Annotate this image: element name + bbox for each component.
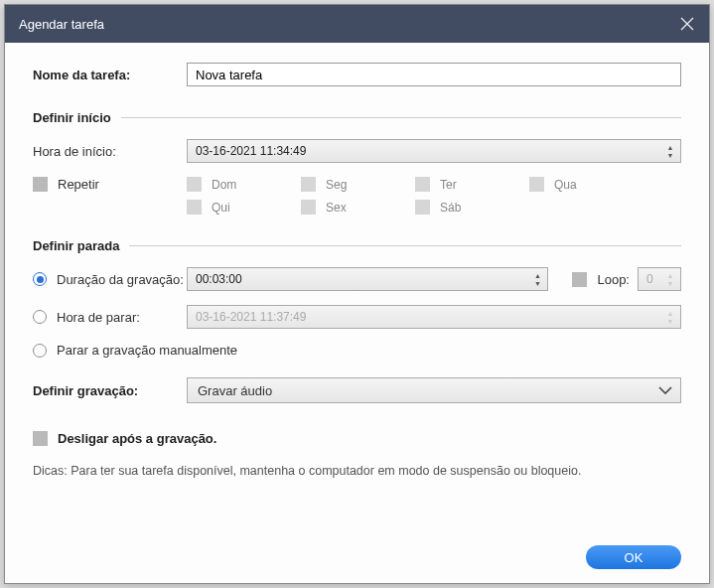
shutdown-checkbox[interactable] [33,431,48,446]
days-grid: Dom Seg Ter Qua Qui Sex Sáb [187,177,681,222]
close-button[interactable] [679,16,695,32]
task-name-label: Nome da tarefa: [33,68,187,82]
spinner-icon[interactable]: ▲▼ [664,269,676,289]
day-mon-checkbox[interactable] [301,177,316,192]
repeat-checkbox[interactable] [33,177,48,192]
loop-label: Loop: [597,272,630,287]
day-sun-checkbox[interactable] [187,177,202,192]
day-wed-checkbox[interactable] [529,177,544,192]
schedule-task-dialog: Agendar tarefa Nome da tarefa: Definir i… [4,4,710,584]
start-time-field[interactable]: 03-16-2021 11:34:49 ▲▼ [187,139,681,163]
tips-text: Dicas: Para ter sua tarefa disponível, m… [33,464,681,478]
record-type-dropdown[interactable]: Gravar áudio [187,377,681,403]
duration-label: Duração da gravação: [57,272,184,287]
day-sat-label: Sáb [440,201,461,215]
day-wed-label: Qua [554,178,577,192]
ok-button[interactable]: OK [586,545,681,569]
repeat-label: Repetir [58,177,99,192]
duration-value: 00:03:00 [196,272,242,286]
stoptime-label: Hora de parar: [57,310,140,325]
duration-radio[interactable] [33,272,47,286]
close-icon [680,17,694,31]
spinner-icon[interactable]: ▲▼ [664,307,676,327]
start-time-label: Hora de início: [33,144,187,159]
chevron-down-icon [658,386,672,394]
section-stop-title: Definir parada [33,238,129,253]
day-mon-label: Seg [326,178,347,192]
loop-value: 0 [646,272,653,286]
dialog-title: Agendar tarefa [19,17,104,32]
day-sat-checkbox[interactable] [415,200,430,215]
record-def-label: Definir gravação: [33,383,138,398]
spinner-icon[interactable]: ▲▼ [531,269,543,289]
start-time-value: 03-16-2021 11:34:49 [196,144,306,158]
task-name-input[interactable] [187,63,681,86]
day-fri-checkbox[interactable] [301,200,316,215]
day-fri-label: Sex [326,201,347,215]
shutdown-label: Desligar após a gravação. [58,431,216,446]
manual-stop-radio[interactable] [33,344,47,358]
section-start-heading: Definir início [33,110,681,125]
divider [129,245,681,246]
titlebar: Agendar tarefa [5,5,709,43]
section-stop-heading: Definir parada [33,238,681,253]
section-start-title: Definir início [33,110,121,125]
divider [121,117,681,118]
day-sun-label: Dom [212,178,236,192]
day-tue-checkbox[interactable] [415,177,430,192]
spinner-icon[interactable]: ▲▼ [664,141,676,161]
stoptime-radio[interactable] [33,310,47,324]
day-thu-checkbox[interactable] [187,200,202,215]
loop-field[interactable]: 0 ▲▼ [638,267,681,291]
stoptime-value: 03-16-2021 11:37:49 [196,310,306,324]
day-thu-label: Qui [212,201,230,215]
section-record-heading: Definir gravação: Gravar áudio [33,377,681,403]
dialog-content: Nome da tarefa: Definir início Hora de i… [5,43,709,583]
day-tue-label: Ter [440,178,457,192]
manual-stop-label: Parar a gravação manualmente [57,343,237,358]
record-type-value: Gravar áudio [198,383,272,398]
dialog-footer: OK [33,529,681,569]
duration-field[interactable]: 00:03:00 ▲▼ [187,267,548,291]
stoptime-field[interactable]: 03-16-2021 11:37:49 ▲▼ [187,305,681,329]
loop-checkbox[interactable] [572,272,587,287]
